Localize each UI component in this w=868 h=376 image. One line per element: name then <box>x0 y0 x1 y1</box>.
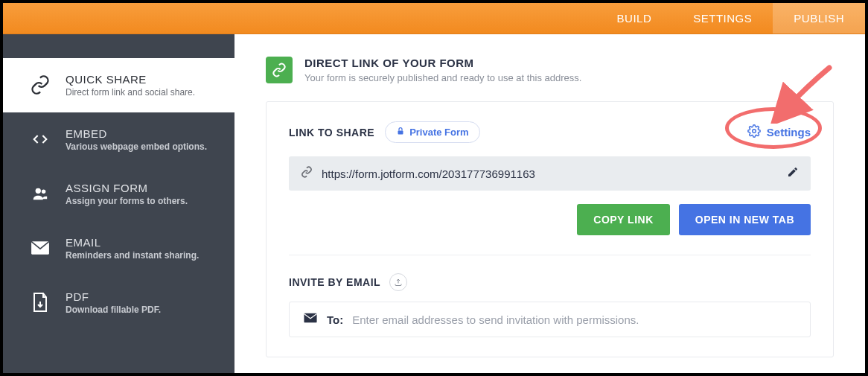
invite-by-email-label: INVITE BY EMAIL <box>289 276 380 288</box>
sidebar-item-title: PDF <box>66 290 161 303</box>
edit-icon[interactable] <box>787 166 799 181</box>
sidebar-item-sub: Assign your forms to others. <box>66 196 188 206</box>
envelope-icon <box>303 313 318 326</box>
tab-publish[interactable]: PUBLISH <box>773 3 865 34</box>
main-panel: DIRECT LINK OF YOUR FORM Your form is se… <box>234 34 865 373</box>
sidebar-item-sub: Various webpage embed options. <box>66 141 207 152</box>
direct-link-title: DIRECT LINK OF YOUR FORM <box>304 57 581 69</box>
svg-point-0 <box>36 188 41 194</box>
copy-link-button[interactable]: COPY LINK <box>577 204 669 235</box>
link-to-share-label: LINK TO SHARE <box>289 127 374 138</box>
sidebar-item-assign-form[interactable]: ASSIGN FORM Assign your forms to others. <box>3 167 234 221</box>
svg-point-4 <box>753 130 756 133</box>
sidebar-item-sub: Reminders and instant sharing. <box>66 250 199 261</box>
sidebar-item-email[interactable]: EMAIL Reminders and instant sharing. <box>3 221 234 275</box>
sidebar-item-pdf[interactable]: PDF Download fillable PDF. <box>3 275 234 330</box>
sidebar-item-title: EMAIL <box>66 236 199 249</box>
share-card: LINK TO SHARE Private Form Settings <box>266 101 834 357</box>
settings-button[interactable]: Settings <box>747 124 811 140</box>
svg-point-1 <box>42 190 46 194</box>
sidebar: QUICK SHARE Direct form link and social … <box>3 34 234 373</box>
link-icon <box>301 166 313 181</box>
envelope-icon <box>28 236 52 260</box>
svg-rect-3 <box>398 131 403 135</box>
lock-icon <box>396 126 405 138</box>
url-box: https://form.jotform.com/203177736991163 <box>289 156 811 191</box>
link-icon <box>266 57 293 83</box>
users-icon <box>28 182 52 205</box>
code-icon <box>28 127 52 151</box>
link-icon <box>28 73 52 97</box>
private-form-text: Private Form <box>409 127 468 138</box>
tab-settings[interactable]: SETTINGS <box>672 3 773 34</box>
pdf-icon <box>28 290 52 314</box>
sidebar-item-embed[interactable]: EMBED Various webpage embed options. <box>3 112 234 167</box>
sidebar-item-title: QUICK SHARE <box>66 73 195 86</box>
direct-link-subtitle: Your form is securely published and read… <box>304 72 581 83</box>
top-tabs: BUILD SETTINGS PUBLISH <box>3 3 865 34</box>
invite-section: INVITE BY EMAIL To: <box>289 273 811 337</box>
svg-rect-5 <box>304 313 316 322</box>
upload-icon[interactable] <box>389 273 407 291</box>
form-url[interactable]: https://form.jotform.com/203177736991163 <box>322 168 778 180</box>
email-input-box[interactable]: To: <box>289 302 811 337</box>
app-window: BUILD SETTINGS PUBLISH QUICK SHARE Direc… <box>3 3 865 373</box>
direct-link-header: DIRECT LINK OF YOUR FORM Your form is se… <box>266 57 834 83</box>
email-input[interactable] <box>352 313 797 326</box>
annotation-arrow-icon <box>770 64 837 124</box>
sidebar-item-title: EMBED <box>66 127 207 140</box>
sidebar-item-sub: Download fillable PDF. <box>66 305 161 315</box>
gear-icon <box>747 124 761 140</box>
sidebar-item-quick-share[interactable]: QUICK SHARE Direct form link and social … <box>3 58 234 112</box>
open-new-tab-button[interactable]: OPEN IN NEW TAB <box>679 204 811 235</box>
sidebar-item-sub: Direct form link and social share. <box>66 87 195 98</box>
settings-label: Settings <box>767 126 811 138</box>
sidebar-item-title: ASSIGN FORM <box>66 182 188 194</box>
to-label: To: <box>327 313 343 326</box>
private-form-badge[interactable]: Private Form <box>385 121 479 143</box>
tab-build[interactable]: BUILD <box>596 3 673 34</box>
